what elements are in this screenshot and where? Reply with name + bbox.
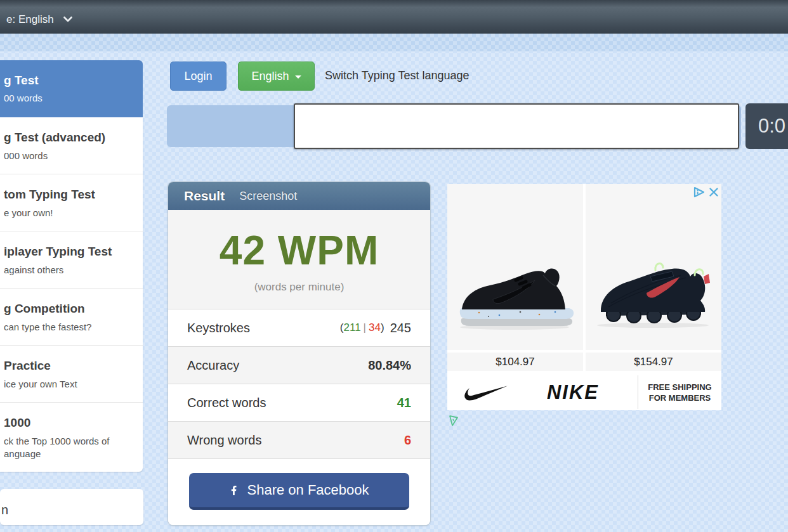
- sidebar-item-title: iplayer Typing Test: [4, 245, 139, 259]
- top-language-bar: e: English: [0, 0, 788, 34]
- wpm-value: 42 WPM: [168, 210, 430, 274]
- sidebar-item-typing-competition[interactable]: g Competition can type the fastest?: [0, 288, 143, 345]
- sidebar-item-title: g Test (advanced): [4, 131, 139, 145]
- ad-brand-bar[interactable]: NIKE FREE SHIPPINGFOR MEMBERS: [447, 374, 721, 410]
- sidebar: g Test (advanced) 000 words tom Typing T…: [0, 117, 143, 472]
- sidebar-item-title: 1000: [4, 416, 139, 430]
- sidebar-item-top-1000[interactable]: 1000 ck the Top 1000 words of anguage: [0, 402, 143, 472]
- sidebar-item-subtitle: 000 words: [4, 150, 139, 162]
- result-title: Result: [184, 188, 225, 204]
- right-shoe-image: [592, 254, 714, 330]
- correct-words-row: Correct words 41: [168, 384, 430, 421]
- keystrokes-wrong: 34: [369, 321, 381, 334]
- keystrokes-label: Keystrokes: [187, 321, 250, 335]
- keystrokes-row: Keystrokes (211|34) 245: [168, 309, 430, 346]
- ad-banner[interactable]: $104.97: [447, 184, 721, 410]
- sidebar-item-custom-typing-test[interactable]: tom Typing Test e your own!: [0, 174, 143, 231]
- typing-input[interactable]: [294, 103, 739, 149]
- header-band: [0, 34, 788, 51]
- sidebar-item-subtitle: ck the Top 1000 words of anguage: [4, 435, 139, 460]
- language-dropdown-label: English: [251, 70, 289, 83]
- sidebar-item-multiplayer-typing-test[interactable]: iplayer Typing Test against others: [0, 231, 143, 288]
- dropdown-caret-icon: [295, 75, 301, 79]
- left-shoe-image: [454, 265, 575, 331]
- share-on-facebook-button[interactable]: Share on Facebook: [189, 473, 409, 510]
- sidebar-bottom-text: n: [1, 503, 8, 517]
- result-card: Result Screenshot 42 WPM (words per minu…: [168, 182, 430, 525]
- wrong-words-row: Wrong words 6: [168, 421, 430, 458]
- share-on-facebook-label: Share on Facebook: [247, 482, 369, 498]
- language-dropdown-button[interactable]: English: [238, 62, 315, 91]
- sidebar-bottom-card[interactable]: n: [0, 489, 143, 525]
- keystrokes-value: (211|34) 245: [340, 321, 411, 335]
- facebook-icon: [229, 483, 239, 498]
- timer-display: 0:0: [745, 103, 788, 149]
- adchoices-icon[interactable]: [692, 186, 706, 198]
- switch-language-text: Switch Typing Test language: [325, 69, 470, 82]
- correct-words-value: 41: [397, 396, 411, 410]
- top-language-switcher[interactable]: e: English: [0, 8, 72, 26]
- product-price: $154.97: [586, 353, 721, 371]
- sidebar-item-typing-test[interactable]: g Test 00 words: [0, 60, 143, 117]
- sidebar-item-subtitle: e your own!: [4, 207, 139, 219]
- sidebar-item-text-practice[interactable]: Practice ice your own Text: [0, 345, 143, 402]
- keystrokes-correct: 211: [344, 321, 361, 334]
- right-shoe-image: [586, 184, 721, 350]
- result-card-header: Result Screenshot: [168, 182, 430, 210]
- sidebar-item-subtitle: against others: [4, 264, 139, 276]
- ad-brand-text: NIKE: [508, 381, 638, 404]
- sidebar-item-title: g Competition: [4, 302, 139, 316]
- wrong-words-value: 6: [404, 433, 411, 448]
- tab-screenshot[interactable]: Screenshot: [239, 190, 297, 203]
- sidebar-item-title: Practice: [4, 359, 139, 373]
- left-shoe-image: [447, 184, 583, 350]
- product-price: $104.97: [447, 353, 583, 371]
- accuracy-label: Accuracy: [187, 358, 239, 373]
- correct-words-label: Correct words: [187, 396, 266, 410]
- sidebar-item-subtitle: 00 words: [4, 93, 143, 103]
- sidebar-item-title: tom Typing Test: [4, 188, 139, 202]
- sidebar-item-title: g Test: [4, 74, 143, 88]
- sidebar-item-subtitle: can type the fastest?: [4, 321, 139, 334]
- wrong-words-label: Wrong words: [187, 433, 261, 448]
- page-background: e: English g Test 00 words g Test (advan…: [0, 0, 788, 532]
- accuracy-value: 80.84%: [368, 358, 411, 373]
- wpm-caption: (words per minute): [168, 281, 430, 294]
- wpm-section: 42 WPM (words per minute): [168, 210, 430, 309]
- sidebar-item-typing-test-advanced[interactable]: g Test (advanced) 000 words: [0, 117, 143, 174]
- nike-swoosh-icon: [464, 384, 508, 401]
- login-button[interactable]: Login: [170, 62, 227, 91]
- chevron-down-icon: [63, 16, 72, 22]
- top-language-label: e: English: [6, 13, 54, 26]
- accuracy-row: Accuracy 80.84%: [168, 346, 430, 384]
- adchoices-green-icon[interactable]: [448, 413, 459, 429]
- ad-promo-text: FREE SHIPPINGFOR MEMBERS: [638, 382, 721, 403]
- sidebar-item-subtitle: ice your own Text: [4, 378, 139, 391]
- result-card-footer: Share on Facebook: [168, 458, 430, 525]
- keystrokes-total: 245: [390, 321, 411, 335]
- ad-close-icon[interactable]: [709, 187, 719, 197]
